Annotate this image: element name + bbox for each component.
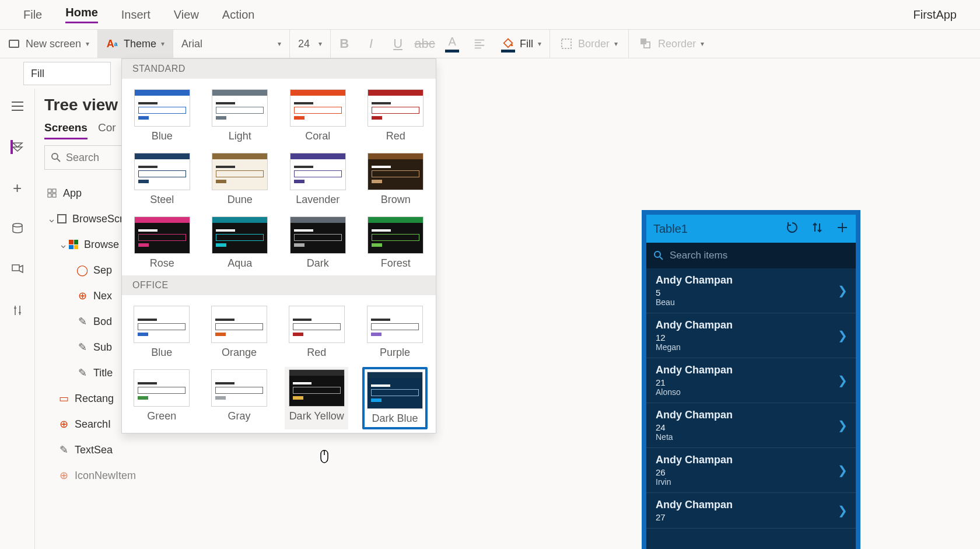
item-title: Andy Champan <box>656 274 846 286</box>
media-icon[interactable] <box>10 263 24 277</box>
theme-option-blue[interactable]: Blue <box>130 87 194 145</box>
theme-option-label: Red <box>386 130 405 142</box>
data-icon[interactable] <box>10 222 24 236</box>
chevron-down-icon: ▾ <box>86 40 89 48</box>
font-size-select[interactable]: 24 ▾ <box>290 30 331 58</box>
tab-screens[interactable]: Screens <box>44 121 88 139</box>
left-rail: + <box>0 89 35 549</box>
svg-rect-10 <box>52 194 56 197</box>
property-select[interactable]: Fill <box>23 62 111 85</box>
tree-label: IconNewItem <box>75 470 136 482</box>
border-label: Border <box>578 38 610 50</box>
insert-icon[interactable]: + <box>10 181 24 195</box>
list-item[interactable]: Andy Champan26Irvin❯ <box>646 448 856 493</box>
tree-label: Sub <box>93 341 112 354</box>
theme-option-label: Blue <box>151 347 172 359</box>
theme-option-forest[interactable]: Forest <box>364 214 428 272</box>
menu-action[interactable]: Action <box>222 8 255 22</box>
underline-button[interactable]: U <box>384 30 411 58</box>
item-title: Andy Champan <box>656 409 846 421</box>
menu-home[interactable]: Home <box>65 6 98 23</box>
tree-search-placeholder: Search <box>66 152 99 164</box>
list-item[interactable]: Andy Champan27❯ <box>646 493 856 529</box>
theme-option-orange[interactable]: Orange <box>208 303 271 361</box>
text-icon: ✎ <box>58 445 69 455</box>
chevron-right-icon: ❯ <box>838 284 848 298</box>
preview-list: Andy Champan5Beau❯Andy Champan12Megan❯An… <box>646 268 856 549</box>
theme-option-label: Steel <box>150 194 174 206</box>
theme-option-dark[interactable]: Dark <box>286 214 350 272</box>
theme-option-dark-blue[interactable]: Dark Blue <box>362 367 428 429</box>
svg-point-0 <box>511 44 513 46</box>
theme-option-light[interactable]: Light <box>208 87 272 145</box>
text-icon: ✎ <box>77 368 88 378</box>
fill-button[interactable]: Fill ▾ <box>493 30 550 58</box>
tree-label: SearchI <box>75 418 111 431</box>
theme-option-blue[interactable]: Blue <box>130 303 194 361</box>
tools-icon[interactable] <box>10 303 24 317</box>
item-title: Andy Champan <box>656 319 846 331</box>
item-title: Andy Champan <box>656 454 846 466</box>
font-name-select[interactable]: Arial ▾ <box>173 30 290 58</box>
theme-button[interactable]: Aa Theme ▾ <box>98 30 173 58</box>
list-item[interactable]: Andy Champan5Beau❯ <box>646 268 856 313</box>
list-item[interactable]: Andy Champan12Megan❯ <box>646 313 856 358</box>
new-screen-label: New screen <box>26 38 81 50</box>
theme-option-aqua[interactable]: Aqua <box>208 214 272 272</box>
menu-insert[interactable]: Insert <box>121 8 150 22</box>
item-number: 21 <box>656 377 846 387</box>
svg-rect-9 <box>48 194 51 197</box>
menu-view[interactable]: View <box>174 8 199 22</box>
item-subtitle: Beau <box>656 298 846 307</box>
bucket-icon <box>502 36 514 48</box>
list-item[interactable]: Andy Champan21Alonso❯ <box>646 358 856 403</box>
theme-option-purple[interactable]: Purple <box>362 303 428 361</box>
font-color-button[interactable]: A <box>438 30 466 58</box>
theme-option-dark-yellow[interactable]: Dark Yellow <box>285 367 348 429</box>
item-subtitle: Neta <box>656 432 846 442</box>
list-item[interactable]: Andy Champan24Neta❯ <box>646 403 856 448</box>
sort-icon[interactable] <box>811 221 823 236</box>
menu-file[interactable]: File <box>23 8 42 22</box>
tree-item-textsearch[interactable]: ✎ TextSea <box>44 437 146 463</box>
hamburger-icon[interactable] <box>10 99 24 113</box>
italic-button[interactable]: I <box>358 30 384 58</box>
theme-grid-office: BlueOrangeRedPurpleGreenGrayDark YellowD… <box>122 295 436 433</box>
separator-icon: ◯ <box>77 265 88 275</box>
tree-label: Browse <box>84 239 119 251</box>
refresh-icon[interactable] <box>786 221 799 236</box>
reorder-button[interactable]: Reorder ▾ <box>628 30 715 58</box>
tree-item-iconnew[interactable]: ⊕ IconNewItem <box>44 463 146 488</box>
theme-option-green[interactable]: Green <box>130 367 194 429</box>
svg-rect-1 <box>562 39 571 48</box>
border-button[interactable]: Border ▾ <box>550 30 628 58</box>
search-icon: ⊕ <box>58 419 69 429</box>
rect-icon: ▭ <box>58 393 69 404</box>
tree-view-icon[interactable] <box>10 140 24 154</box>
item-title: Andy Champan <box>656 364 846 376</box>
preview-search-placeholder: Search items <box>670 250 727 261</box>
align-button[interactable] <box>466 30 493 58</box>
theme-option-dune[interactable]: Dune <box>208 151 272 208</box>
preview-header: Table1 <box>646 215 856 243</box>
theme-option-lavender[interactable]: Lavender <box>286 151 350 208</box>
theme-option-brown[interactable]: Brown <box>364 151 428 208</box>
theme-option-coral[interactable]: Coral <box>286 87 350 145</box>
menu-bar: File Home Insert View Action FirstApp <box>0 0 980 29</box>
tab-components[interactable]: Cor <box>98 121 116 139</box>
strikethrough-button[interactable]: abc <box>411 30 438 58</box>
theme-option-red[interactable]: Red <box>364 87 428 145</box>
theme-option-gray[interactable]: Gray <box>208 367 271 429</box>
theme-option-label: Light <box>229 130 251 142</box>
theme-option-steel[interactable]: Steel <box>130 151 194 208</box>
new-screen-button[interactable]: New screen ▾ <box>0 30 98 58</box>
theme-option-rose[interactable]: Rose <box>130 214 194 272</box>
add-icon[interactable] <box>836 221 849 236</box>
preview-search[interactable]: Search items <box>646 243 856 268</box>
tree-label: Sep <box>93 264 112 277</box>
theme-option-label: Dune <box>228 194 253 206</box>
theme-option-label: Dark Blue <box>372 412 418 425</box>
chevron-down-icon: ▾ <box>614 40 618 48</box>
theme-option-red[interactable]: Red <box>285 303 348 361</box>
bold-button[interactable]: B <box>331 30 358 58</box>
